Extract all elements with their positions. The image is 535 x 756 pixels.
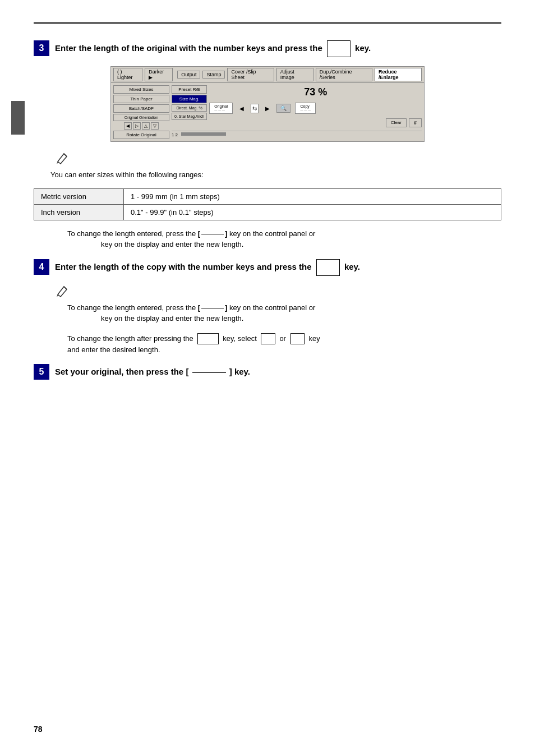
ui-clear-btn[interactable]: Clear	[386, 118, 407, 127]
step-3-block: 3 Enter the length of the original with …	[34, 40, 501, 57]
ui-darker-btn[interactable]: Darker ▶	[145, 68, 173, 81]
step5-bracket-space	[192, 372, 226, 373]
step-3-text: Enter the length of the original with th…	[55, 40, 501, 57]
top-border	[34, 22, 501, 24]
ui-original-dash: ─ ─ ─	[214, 108, 228, 112]
ui-reduce-tab[interactable]: Reduce /Enlarge	[375, 68, 422, 81]
ui-copy-box: Copy ─ ─ ─	[295, 103, 316, 114]
ui-magnify-icon: 🔍	[276, 104, 290, 113]
ui-star-mag[interactable]: 0. Star Mag./Inch	[172, 113, 207, 120]
ui-swap-icon[interactable]: ⇆	[251, 104, 259, 113]
step-3-number: 3	[34, 40, 49, 56]
ui-original-orientation[interactable]: Original Orientation	[113, 114, 169, 121]
note-intro: You can enter sizes within the following…	[50, 169, 501, 181]
page-container: 3 Enter the length of the original with …	[0, 0, 535, 756]
ui-original-box: Original ─ ─ ─	[209, 103, 233, 114]
metric-version-cell: Metric version	[34, 188, 124, 204]
metric-range-cell: 1 - 999 mm (in 1 mm steps)	[124, 188, 501, 204]
ui-rotate-original[interactable]: Rotate Original	[113, 131, 169, 139]
ui-mixed-sizes[interactable]: Mixed Sizes	[113, 85, 169, 94]
ui-left-arrow: ◀	[237, 105, 246, 112]
pencil-icon	[56, 152, 68, 164]
version-table: Metric version 1 - 999 mm (in 1 mm steps…	[34, 188, 501, 220]
ui-screenshot: ( ) Lighter Darker ▶ Output Stamp Cover …	[110, 66, 425, 142]
ui-number-row: 12	[172, 131, 422, 139]
ui-direct-mag[interactable]: Direct. Mag. %	[172, 104, 207, 112]
ui-dup-tab[interactable]: Dup./Combine /Series	[316, 68, 372, 81]
ui-batch-sadf[interactable]: Batch/SADF	[113, 104, 169, 113]
key-bracket-hash	[327, 40, 350, 57]
ui-right-arrow: ▶	[263, 105, 272, 112]
ui-percent-display: 73 %	[209, 85, 422, 99]
key-bracket-hash2	[316, 259, 340, 276]
inch-range-cell: 0.1" - 99.9" (in 0.1" steps)	[124, 204, 501, 220]
ui-orientation-btn1[interactable]: ◀	[124, 122, 132, 130]
ui-orientation-btn2[interactable]: ▷	[133, 122, 141, 130]
change-note-step3: To change the length entered, press the …	[67, 228, 501, 250]
ui-body: Mixed Sizes Thin Paper Batch/SADF Origin…	[111, 83, 424, 141]
ui-stamp-tab[interactable]: Stamp	[202, 71, 225, 79]
step-4-text: Enter the length of the copy with the nu…	[55, 259, 501, 276]
ui-progress-bar	[181, 132, 226, 136]
change-note-step4a: To change the length entered, press the …	[67, 302, 501, 324]
pencil-icon2	[56, 285, 68, 297]
ui-bottom-row: Clear #	[209, 117, 422, 128]
ui-cover-tab[interactable]: Cover /Slip Sheet	[227, 68, 274, 81]
change-note-step4b: To change the length after pressing the …	[67, 333, 501, 356]
table-row-metric: Metric version 1 - 999 mm (in 1 mm steps…	[34, 188, 501, 204]
step-4-number: 4	[34, 259, 49, 275]
ui-sidebar: Mixed Sizes Thin Paper Batch/SADF Origin…	[113, 85, 169, 139]
ui-main: Preset R/E Size Mag. Direct. Mag. % 0. S…	[172, 85, 422, 139]
ui-size-mag[interactable]: Size Mag.	[172, 95, 207, 103]
ui-orientation-btn4[interactable]: ▽	[151, 122, 159, 130]
step-5-text: Set your original, then press the [ ] ke…	[55, 364, 501, 380]
ui-copy-label: Copy	[300, 104, 311, 108]
ui-hash-btn[interactable]: #	[409, 118, 422, 127]
ui-copy-dash: ─ ─ ─	[300, 108, 311, 112]
step-5-block: 5 Set your original, then press the [ ] …	[34, 364, 501, 380]
ui-zoom-row: Original ─ ─ ─ ◀ ⇆ ▶ 🔍 Copy ─ ─ ─	[209, 102, 422, 115]
step-4-block: 4 Enter the length of the copy with the …	[34, 259, 501, 276]
table-row-inch: Inch version 0.1" - 99.9" (in 0.1" steps…	[34, 204, 501, 220]
note-icon-wrapper2	[56, 285, 501, 299]
ui-thin-paper[interactable]: Thin Paper	[113, 95, 169, 103]
ui-adjust-tab[interactable]: Adjust Image	[276, 68, 313, 81]
step-5-number: 5	[34, 364, 49, 380]
note-icon-wrapper	[56, 152, 501, 166]
left-sidebar-bar	[11, 101, 25, 135]
ui-original-label: Original	[214, 104, 228, 108]
ui-orientation-btn3[interactable]: △	[142, 122, 150, 130]
ui-preset-re[interactable]: Preset R/E	[172, 85, 207, 94]
ui-lighter-btn[interactable]: ( ) Lighter	[113, 68, 142, 81]
ui-output-tab[interactable]: Output	[177, 71, 200, 79]
ui-top-bar: ( ) Lighter Darker ▶ Output Stamp Cover …	[111, 67, 424, 83]
page-number: 78	[34, 725, 43, 734]
inch-version-cell: Inch version	[34, 204, 124, 220]
